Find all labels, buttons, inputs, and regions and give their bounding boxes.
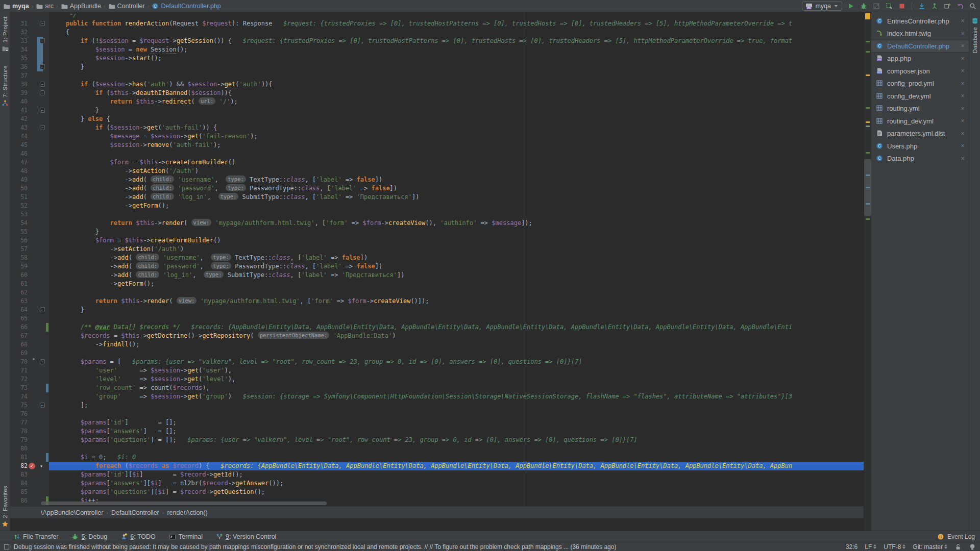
breadcrumb-item-controller[interactable]: Controller: [108, 3, 145, 10]
code-line[interactable]: 59 ->add( child: 'password', type: Passw…: [10, 262, 864, 271]
code-line[interactable]: 57 ->setAction('/auth'): [10, 245, 864, 254]
debug-button[interactable]: [860, 2, 868, 10]
code-line[interactable]: 80: [10, 444, 864, 453]
code-editor[interactable]: */31− public function renderAction(Reque…: [10, 12, 864, 506]
code-line[interactable]: 31− public function renderAction(Request…: [10, 19, 864, 28]
code-line[interactable]: 41⌐ }: [10, 106, 864, 115]
tool-window-button-project[interactable]: 1: Project: [2, 16, 9, 52]
open-file-tab-routing-yml[interactable]: routing.yml×: [871, 103, 969, 115]
code-line[interactable]: 54 return $this->render( view: 'mypage/a…: [10, 219, 864, 228]
code-line[interactable]: 60 ->add( child: 'log_in', type: SubmitT…: [10, 271, 864, 280]
run-button[interactable]: [847, 2, 855, 10]
open-file-tab-composer-json[interactable]: JSONcomposer.json×: [871, 65, 969, 78]
close-icon[interactable]: ×: [960, 142, 966, 149]
compare-button[interactable]: [943, 2, 951, 10]
code-line[interactable]: 63 return $this->render( view: 'mypage/a…: [10, 297, 864, 306]
error-stripe-mark[interactable]: [866, 152, 870, 154]
close-icon[interactable]: ×: [960, 80, 966, 87]
fold-collapse-icon[interactable]: −: [40, 21, 45, 26]
coverage-button[interactable]: [872, 2, 880, 10]
open-file-tab-index-html-twig[interactable]: index.html.twig×: [871, 28, 969, 40]
fold-end-icon[interactable]: ⌐: [40, 108, 45, 113]
close-icon[interactable]: ×: [960, 92, 966, 99]
code-line[interactable]: 84 $params['answers'][$i] = nl2br($recor…: [10, 479, 864, 488]
code-line[interactable]: 74 'group' => $session->get('group') $se…: [10, 392, 864, 401]
code-line[interactable]: 43− if ($session->get('auth-fail')) {: [10, 123, 864, 132]
fold-end-icon[interactable]: ⌐: [40, 307, 45, 312]
fold-collapse-icon[interactable]: −: [40, 125, 45, 130]
code-line[interactable]: 72 'level' => $session->get('level'),: [10, 375, 864, 384]
error-stripe-mark[interactable]: [866, 121, 870, 123]
code-line[interactable]: 47 $form = $this->createFormBuilder(): [10, 158, 864, 167]
status-widget-32-6[interactable]: 32:6: [846, 543, 857, 550]
code-line[interactable]: 64⌐ }: [10, 306, 864, 314]
fold-end-icon[interactable]: ⌐: [40, 64, 45, 69]
open-file-tab-parameters-yml-dist[interactable]: parameters.yml.dist×: [871, 128, 969, 140]
vcs-commit-button[interactable]: [930, 2, 939, 10]
horizontal-scrollbar[interactable]: [41, 502, 327, 505]
run-configuration-select[interactable]: php myqa: [802, 1, 842, 11]
code-line[interactable]: 61 ->getForm();: [10, 280, 864, 288]
code-line[interactable]: 75⌐ ];: [10, 401, 864, 410]
event-log-button[interactable]: 3 Event Log: [937, 533, 975, 540]
code-line[interactable]: 44 $message = $session->get('fail-reason…: [10, 132, 864, 141]
error-stripe-mark[interactable]: [866, 218, 870, 220]
fold-collapse-icon[interactable]: −: [40, 90, 45, 95]
fold-end-icon[interactable]: ⌐: [40, 403, 45, 408]
tool-window-button-file-transfer[interactable]: File Transfer: [13, 533, 58, 540]
code-line[interactable]: 33− if (!$session = $request->getSession…: [10, 37, 864, 45]
close-icon[interactable]: ×: [960, 17, 966, 24]
breadcrumb-item-appbundle[interactable]: AppBundle: [61, 3, 101, 10]
tool-window-button-database[interactable]: Database: [971, 17, 978, 54]
open-file-tab-config-prod-yml[interactable]: config_prod.yml×: [871, 78, 969, 90]
code-line[interactable]: 35 $session->start();: [10, 54, 864, 63]
code-line[interactable]: 77 $params['id'] = [];: [10, 418, 864, 427]
code-line[interactable]: 32 {: [10, 28, 864, 37]
attach-debugger-button[interactable]: [885, 2, 893, 10]
code-line-current-execution[interactable]: 82✓▾ foreach ($records as $record) { $re…: [10, 462, 864, 470]
code-line[interactable]: 34 $session = new Session();: [10, 45, 864, 54]
code-line[interactable]: 73 'row_count' => count($records),: [10, 384, 864, 392]
code-line[interactable]: */: [10, 14, 864, 19]
breadcrumb-item-src[interactable]: src: [36, 3, 54, 10]
code-line[interactable]: 49 ->add( child: 'username', type: TextT…: [10, 176, 864, 184]
open-file-tab-app-php[interactable]: phpapp.php×: [871, 53, 969, 65]
code-line[interactable]: 85 $params['questions'][$i] = $record->g…: [10, 488, 864, 496]
close-icon[interactable]: ×: [960, 117, 966, 124]
editor-breadcrumb-item[interactable]: \AppBundle\Controller: [41, 509, 103, 516]
stop-button[interactable]: [898, 2, 906, 10]
code-line[interactable]: 76: [10, 410, 864, 418]
code-line[interactable]: 46: [10, 149, 864, 158]
open-file-tab-entriescontroller-php[interactable]: CEntriesController.php×: [871, 15, 969, 28]
code-line[interactable]: 66 /** @var Data[] $records */ $records:…: [10, 323, 864, 332]
close-icon[interactable]: ×: [960, 67, 966, 74]
lock-icon[interactable]: [954, 543, 962, 550]
open-file-tab-defaultcontroller-php[interactable]: CDefaultController.php×: [871, 40, 969, 53]
search-everywhere-button[interactable]: [969, 2, 977, 10]
breadcrumb-item-myqa[interactable]: myqa: [3, 3, 29, 10]
error-stripe-mark[interactable]: [866, 107, 870, 109]
code-line[interactable]: 52 ->getForm();: [10, 202, 864, 210]
code-line[interactable]: 38− if ($session->has('auth') && $sessio…: [10, 80, 864, 89]
code-line[interactable]: 83 $params['id'][$i] = $record->getId();: [10, 470, 864, 479]
tool-window-button-debug[interactable]: 5: Debug: [71, 533, 107, 540]
code-line[interactable]: 36⌐ }: [10, 63, 864, 71]
close-icon[interactable]: ×: [960, 105, 966, 112]
error-stripe-mark[interactable]: [866, 126, 870, 127]
code-line[interactable]: 53: [10, 210, 864, 219]
breakpoint-icon[interactable]: ✓: [29, 463, 35, 469]
code-line[interactable]: 56 $form = $this->createFormBuilder(): [10, 236, 864, 245]
highlighting-level-icon[interactable]: [969, 543, 976, 550]
tool-window-button-structure[interactable]: 7: Structure: [2, 65, 9, 107]
open-file-tab-routing-dev-yml[interactable]: routing_dev.yml×: [871, 115, 969, 128]
code-line[interactable]: 70−▶ $params = [ $params: {user => "valk…: [10, 358, 864, 366]
close-icon[interactable]: ×: [960, 30, 966, 37]
code-line[interactable]: 78 $params['answers'] = [];: [10, 427, 864, 436]
code-line[interactable]: 48 ->setAction('/auth'): [10, 167, 864, 176]
tool-window-button-favorites[interactable]: 2: Favorites: [2, 486, 9, 528]
code-line[interactable]: 62: [10, 288, 864, 297]
close-icon[interactable]: ×: [960, 42, 966, 49]
error-stripe-mark[interactable]: [866, 74, 870, 76]
code-line[interactable]: 40 return $this->redirect( url: '/');: [10, 97, 864, 106]
close-icon[interactable]: ×: [960, 130, 966, 137]
